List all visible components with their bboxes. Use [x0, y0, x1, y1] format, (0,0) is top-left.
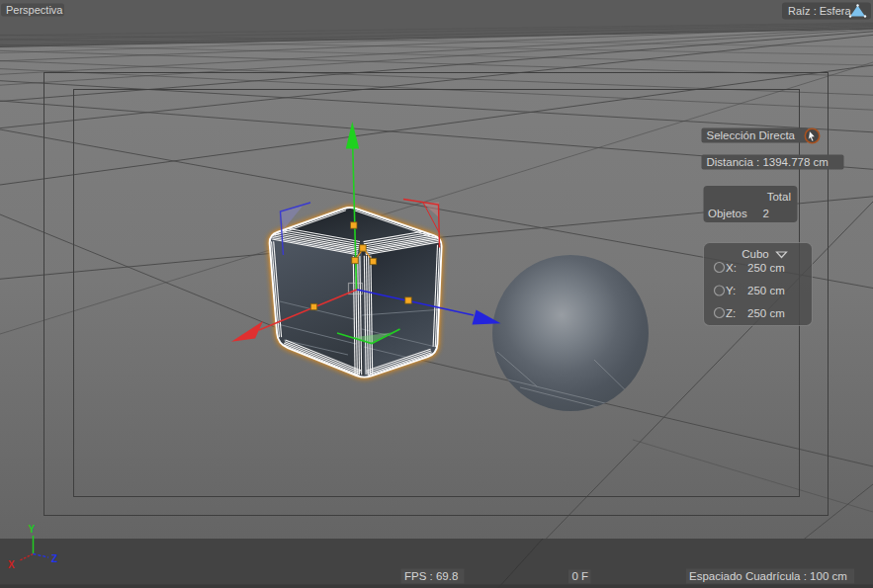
svg-text:Objetos: Objetos — [708, 208, 747, 219]
svg-text:Z:: Z: — [726, 307, 736, 319]
svg-text:250 cm: 250 cm — [747, 262, 785, 274]
svg-text:Distancia : 1394.778 cm: Distancia : 1394.778 cm — [707, 156, 829, 168]
svg-text:Total: Total — [767, 191, 791, 203]
svg-text:Y:: Y: — [726, 285, 736, 296]
svg-text:Z: Z — [51, 553, 57, 564]
svg-text:Raíz : Esfera: Raíz : Esfera — [788, 5, 851, 17]
svg-text:FPS : 69.8: FPS : 69.8 — [404, 570, 458, 582]
svg-text:Y: Y — [29, 524, 36, 535]
svg-text:0 F: 0 F — [572, 570, 589, 582]
svg-text:X: X — [8, 559, 15, 570]
svg-text:X:: X: — [726, 262, 737, 274]
svg-text:Selección Directa: Selección Directa — [707, 129, 796, 141]
svg-text:2: 2 — [763, 208, 769, 219]
svg-text:250 cm: 250 cm — [747, 307, 785, 319]
svg-text:Cubo: Cubo — [742, 248, 769, 260]
svg-text:Espaciado Cuadrícula : 100 cm: Espaciado Cuadrícula : 100 cm — [689, 570, 847, 582]
svg-text:250 cm: 250 cm — [747, 285, 785, 296]
svg-text:Perspectiva: Perspectiva — [6, 4, 63, 16]
